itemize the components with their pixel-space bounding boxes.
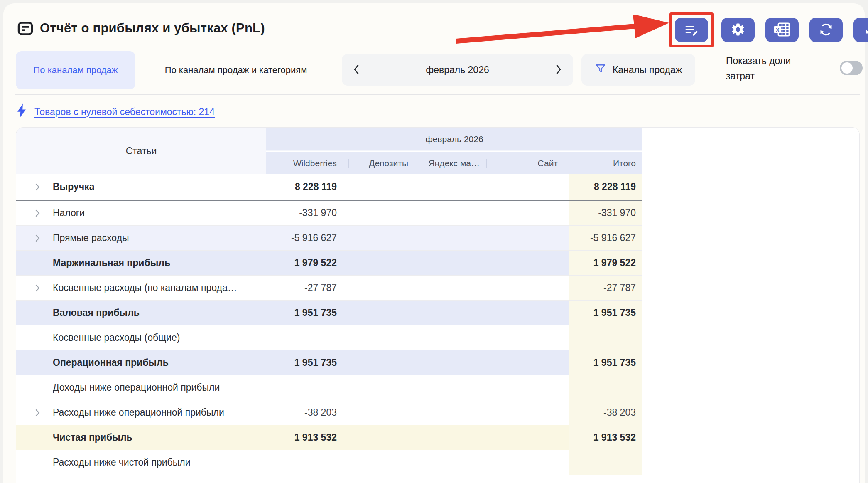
cell-total: -27 787 xyxy=(569,276,642,300)
cell-total: 8 228 119 xyxy=(569,174,642,200)
row-label: Операционная прибыль xyxy=(53,357,169,368)
excel-wrap: x xyxy=(765,18,799,42)
cell-site xyxy=(486,375,569,400)
row-label-cell: Операционная прибыль xyxy=(16,350,266,375)
cell-total: -38 203 xyxy=(569,400,642,425)
row-label: Маржинальная прибыль xyxy=(53,257,170,269)
cell-wildberries: -331 970 xyxy=(266,201,348,225)
row-expand-chevron-icon[interactable] xyxy=(35,284,53,292)
toggle-knob xyxy=(841,62,853,74)
cell-wildberries xyxy=(266,450,348,475)
row-expand-chevron-icon[interactable] xyxy=(35,183,53,191)
chevron-left-icon xyxy=(353,64,360,76)
row-expand-chevron-icon[interactable] xyxy=(35,409,53,416)
funnel-icon xyxy=(595,63,606,77)
refresh-icon xyxy=(819,22,834,38)
row-label-cell: Расходы ниже операционной прибыли xyxy=(16,400,266,425)
cell-deposits xyxy=(348,276,415,300)
report-icon xyxy=(17,20,34,38)
excel-export-button[interactable]: x xyxy=(765,18,799,42)
section-divider xyxy=(15,94,860,95)
row-label-cell: Валовая прибыль xyxy=(16,301,266,325)
cell-total xyxy=(569,450,642,475)
sales-channels-filter-button[interactable]: Каналы продаж xyxy=(581,54,695,86)
cell-site xyxy=(486,325,569,350)
cell-site xyxy=(486,201,569,225)
cell-site xyxy=(486,251,569,275)
row-label: Налоги xyxy=(53,207,85,219)
period-navigator: февраль 2026 xyxy=(342,54,573,86)
cell-wildberries xyxy=(266,375,348,400)
row-label: Чистая прибыль xyxy=(53,432,132,443)
cell-wildberries: 8 228 119 xyxy=(266,174,348,200)
cell-total: 1 979 522 xyxy=(569,251,642,275)
articles-column-header: Статьи xyxy=(16,128,266,174)
expand-icon xyxy=(863,22,868,38)
period-label: февраль 2026 xyxy=(371,64,544,76)
cell-wildberries xyxy=(266,325,348,350)
cell-yandex-market xyxy=(415,226,486,250)
cell-yandex-market xyxy=(415,301,486,325)
settings-wrap xyxy=(721,18,755,42)
row-label-cell: Доходы ниже операционной прибыли xyxy=(16,375,266,400)
annotation-arrow xyxy=(454,15,670,45)
filter-label: Каналы продаж xyxy=(613,64,682,76)
show-cost-share-toggle[interactable] xyxy=(840,61,863,75)
column-header-yandex-market: Яндекс ма… xyxy=(415,152,486,174)
column-header-wildberries: Wildberries xyxy=(266,152,348,174)
cell-deposits xyxy=(348,425,415,450)
row-label-cell: Маржинальная прибыль xyxy=(16,251,266,275)
chevron-right-icon xyxy=(555,64,562,76)
cell-yandex-market xyxy=(415,425,486,450)
row-label-cell: Косвенные расходы (по каналам прода… xyxy=(16,276,266,300)
cell-deposits xyxy=(348,251,415,275)
svg-text:x: x xyxy=(776,26,780,33)
report-card: Отчёт о прибылях и убытках (PnL) xyxy=(3,3,865,483)
cell-total xyxy=(569,325,642,350)
table-row: Выручка 8 228 119 8 228 119 xyxy=(16,174,642,201)
settings-button[interactable] xyxy=(721,18,755,42)
cell-deposits xyxy=(348,174,415,200)
tab-by-channels-and-categories[interactable]: По каналам продаж и категориям xyxy=(148,51,324,89)
channel-column-headers: Wildberries Депозиты Яндекс ма… Сайт Ито… xyxy=(266,152,642,174)
cell-yandex-market xyxy=(415,375,486,400)
row-label-cell: Прямые расходы xyxy=(16,226,266,250)
fullscreen-button[interactable] xyxy=(853,18,868,42)
annotation-highlight-box xyxy=(669,12,714,47)
edit-report-button[interactable] xyxy=(675,18,708,42)
prev-period-button[interactable] xyxy=(342,54,371,86)
cell-site xyxy=(486,301,569,325)
cell-wildberries: 1 951 735 xyxy=(266,350,348,375)
refresh-button[interactable] xyxy=(809,18,843,42)
fullscreen-wrap xyxy=(853,18,868,42)
cell-wildberries: 1 913 532 xyxy=(266,425,348,450)
period-column-group-header: февраль 2026 xyxy=(266,128,642,151)
gear-icon xyxy=(731,22,745,38)
next-period-button[interactable] xyxy=(544,54,573,86)
row-label: Расходы ниже операционной прибыли xyxy=(53,407,224,418)
zero-cost-notice: Товаров с нулевой себестоимостью: 214 xyxy=(16,103,215,121)
table-header: Статьи февраль 2026 Wildberries Депозиты… xyxy=(16,128,642,174)
row-label-cell: Расходы ниже чистой прибыли xyxy=(16,450,266,475)
row-expand-chevron-icon[interactable] xyxy=(35,209,53,217)
cell-total: -331 970 xyxy=(569,201,642,225)
tab-by-sales-channels[interactable]: По каналам продаж xyxy=(16,51,135,89)
pnl-table: Статьи февраль 2026 Wildberries Депозиты… xyxy=(16,127,860,483)
table-body: Выручка 8 228 119 8 228 119 Налоги -331 … xyxy=(16,174,859,475)
table-row: Доходы ниже операционной прибыли xyxy=(16,375,642,400)
excel-icon: x xyxy=(773,22,791,38)
zero-cost-link[interactable]: Товаров с нулевой себестоимостью: 214 xyxy=(34,106,215,118)
cell-total: -5 916 627 xyxy=(569,226,642,250)
cell-deposits xyxy=(348,226,415,250)
row-label: Выручка xyxy=(53,181,94,192)
cell-deposits xyxy=(348,400,415,425)
row-expand-chevron-icon[interactable] xyxy=(35,234,53,242)
refresh-wrap xyxy=(809,18,843,42)
cell-total xyxy=(569,375,642,400)
cell-yandex-market xyxy=(415,174,486,200)
row-label: Валовая прибыль xyxy=(53,307,140,318)
table-row: Чистая прибыль 1 913 532 1 913 532 xyxy=(16,425,642,450)
cell-deposits xyxy=(348,301,415,325)
cell-wildberries: -5 916 627 xyxy=(266,226,348,250)
cell-yandex-market xyxy=(415,350,486,375)
